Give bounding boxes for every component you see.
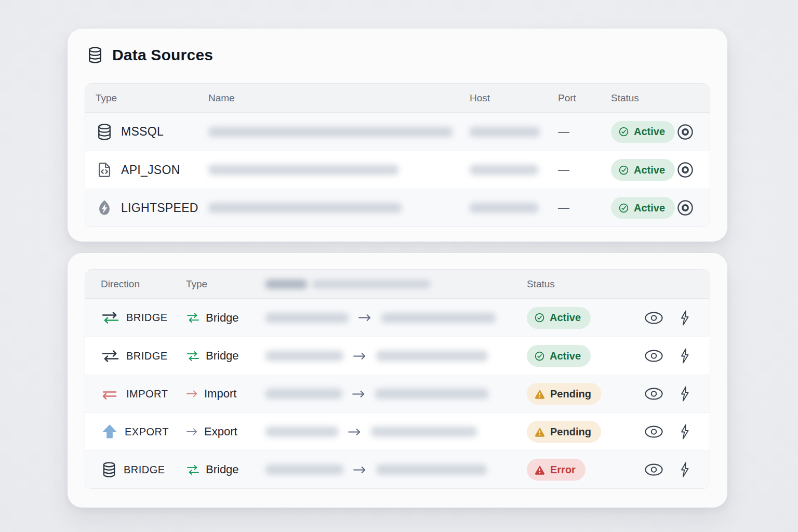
run-button[interactable] (678, 310, 690, 326)
database-icon (101, 461, 117, 478)
lightspeed-icon (96, 199, 113, 217)
redacted-source (265, 389, 342, 399)
data-sources-card: Data Sources Type Name Host Port Status (68, 29, 727, 242)
source-type-label: LIGHTSPEED (121, 201, 198, 215)
table-row: EXPORT Export (85, 413, 710, 450)
run-button[interactable] (678, 348, 690, 364)
arrow-right-icon (353, 466, 367, 474)
redacted-target (375, 389, 488, 399)
direction-label: BRIDGE (126, 312, 168, 324)
direction-label: EXPORT (125, 426, 169, 438)
redacted-target (371, 427, 477, 437)
table-row: BRIDGE Bridge (85, 450, 710, 488)
table-header-row: Type Name Host Port Status (85, 84, 710, 113)
arrow-right-icon (353, 352, 367, 361)
table-row: MSSQL — Active (85, 113, 710, 151)
card-title: Data Sources (86, 46, 213, 64)
warning-icon (534, 464, 546, 475)
source-type-label: API_JSON (121, 163, 180, 177)
table-row: API_JSON — Active (85, 151, 710, 189)
status-badge: Active (611, 197, 675, 219)
zap-icon (678, 461, 690, 478)
direction-label: BRIDGE (126, 350, 168, 362)
port-value: — (558, 163, 611, 177)
status-badge: Active (527, 307, 591, 329)
status-badge: Active (527, 345, 591, 367)
zap-icon (678, 348, 690, 364)
type-label: Bridge (206, 463, 239, 476)
redacted-name (208, 203, 402, 213)
circle-dot-icon (676, 199, 694, 217)
port-value: — (558, 201, 611, 215)
zap-icon (678, 423, 690, 440)
details-button[interactable] (676, 161, 694, 179)
check-circle-icon (534, 351, 545, 362)
view-button[interactable] (644, 311, 663, 325)
column-header-host: Host (470, 92, 558, 104)
check-circle-icon (618, 126, 629, 137)
status-badge: Pending (527, 421, 601, 443)
run-button[interactable] (678, 423, 690, 440)
column-header-type: Type (186, 278, 265, 290)
eye-icon (644, 463, 663, 476)
view-button[interactable] (644, 463, 663, 476)
status-badge: Active (611, 159, 675, 181)
redacted-host (470, 203, 538, 213)
arrow-right-icon (186, 427, 198, 437)
eye-icon (644, 425, 663, 438)
source-type-label: MSSQL (121, 125, 164, 139)
arrow-right-icon (348, 428, 362, 436)
type-label: Import (204, 387, 236, 401)
run-button[interactable] (678, 461, 690, 478)
eye-icon (644, 387, 663, 401)
redacted-name (208, 127, 453, 137)
table-row: IMPORT Import (85, 375, 710, 413)
page-title: Data Sources (112, 46, 213, 64)
column-header-status: Status (611, 92, 673, 104)
details-button[interactable] (676, 199, 694, 217)
redacted-source (265, 313, 349, 323)
run-button[interactable] (678, 385, 690, 402)
table-row: BRIDGE Bridge (85, 299, 710, 337)
redacted-source (265, 351, 343, 361)
arrow-right-icon (186, 389, 198, 399)
bridge-arrows-icon (101, 349, 120, 363)
view-button[interactable] (644, 349, 663, 363)
eye-icon (644, 311, 663, 325)
warning-icon (534, 426, 546, 437)
column-header-status: Status (527, 278, 641, 290)
type-label: Bridge (206, 349, 239, 363)
details-button[interactable] (676, 123, 694, 141)
check-circle-icon (618, 165, 629, 176)
export-up-arrow-icon (101, 423, 118, 440)
zap-icon (678, 310, 690, 326)
redacted-target (376, 464, 487, 475)
warning-icon (534, 388, 546, 400)
circle-dot-icon (676, 161, 694, 179)
direction-label: BRIDGE (124, 464, 165, 476)
view-button[interactable] (644, 425, 663, 438)
column-header-name: Name (208, 92, 470, 104)
bridge-arrows-green-icon (186, 350, 200, 362)
database-icon (96, 123, 113, 141)
redacted-host (470, 165, 538, 175)
import-arrows-icon (101, 387, 120, 401)
redacted-column-header (312, 280, 431, 288)
view-button[interactable] (644, 387, 663, 401)
connections-table: Direction Type Status BRIDGE (85, 269, 710, 489)
status-badge: Pending (527, 383, 601, 405)
zap-icon (678, 385, 690, 402)
check-circle-icon (618, 203, 629, 214)
redacted-source (265, 464, 343, 475)
bridge-arrows-green-icon (186, 312, 200, 324)
type-label: Bridge (206, 311, 239, 325)
redacted-target (376, 351, 488, 361)
redacted-column-header (265, 280, 307, 289)
arrow-right-icon (352, 390, 366, 398)
bridge-arrows-icon (101, 311, 120, 325)
type-label: Export (204, 425, 237, 438)
port-value: — (558, 125, 611, 139)
database-icon (86, 46, 104, 64)
table-header-row: Direction Type Status (85, 270, 710, 299)
redacted-source (265, 427, 338, 437)
